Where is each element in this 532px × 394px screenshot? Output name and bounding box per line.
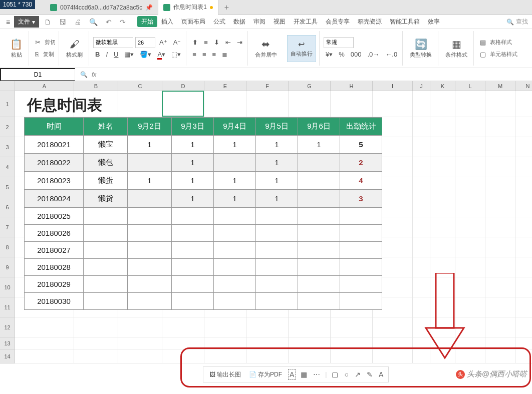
cell[interactable] xyxy=(515,317,532,337)
indent-right-icon[interactable]: ⇥ xyxy=(235,38,244,47)
cell[interactable] xyxy=(485,137,515,157)
cell[interactable] xyxy=(485,197,515,217)
cell[interactable] xyxy=(455,337,485,349)
decrease-font-icon[interactable]: A⁻ xyxy=(171,38,183,47)
cell[interactable] xyxy=(515,237,532,257)
align-middle-icon[interactable]: ≡ xyxy=(202,38,210,47)
cell[interactable] xyxy=(455,177,485,197)
cell[interactable] xyxy=(413,217,430,237)
cell[interactable] xyxy=(430,91,455,117)
currency-icon[interactable]: ¥▾ xyxy=(324,50,335,59)
increase-decimal-icon[interactable]: .0→ xyxy=(365,50,381,59)
cell[interactable] xyxy=(413,349,430,363)
row-header-2[interactable]: 2 xyxy=(0,117,15,137)
table-style-icon[interactable]: ▤ xyxy=(478,38,488,47)
menu-7[interactable]: 开发工具 xyxy=(290,16,322,27)
text-a-icon[interactable]: A xyxy=(378,369,384,379)
cell[interactable] xyxy=(455,349,485,363)
cell[interactable] xyxy=(515,91,532,117)
cell[interactable] xyxy=(485,337,515,349)
cell[interactable] xyxy=(515,177,532,197)
cell[interactable] xyxy=(331,349,373,363)
cell[interactable] xyxy=(515,157,532,177)
column-header-N[interactable]: N xyxy=(515,81,532,91)
cell[interactable] xyxy=(455,317,485,337)
cell[interactable] xyxy=(246,337,289,349)
cell[interactable] xyxy=(413,197,430,217)
table-row[interactable]: 20180030 xyxy=(25,293,382,310)
column-header-G[interactable]: G xyxy=(289,81,331,91)
document-tab-1[interactable]: 0074f4ccd6a0...dd7a72a8ac5c 📌 xyxy=(45,0,158,15)
cell[interactable] xyxy=(455,257,485,277)
align-center-icon[interactable]: ≡ xyxy=(200,50,208,59)
cell[interactable] xyxy=(485,177,515,197)
table-row[interactable]: 20180023懒蛋11114 xyxy=(25,172,382,190)
cell[interactable] xyxy=(373,91,413,117)
cell[interactable] xyxy=(485,349,515,363)
cell[interactable] xyxy=(430,177,455,197)
cell[interactable] xyxy=(430,197,455,217)
cell[interactable] xyxy=(204,91,246,117)
cell[interactable] xyxy=(455,157,485,177)
cell[interactable] xyxy=(373,317,413,337)
underline-icon[interactable]: U xyxy=(112,50,120,59)
cell[interactable] xyxy=(74,317,118,337)
cell[interactable] xyxy=(413,137,430,157)
cell[interactable] xyxy=(373,349,413,363)
cell[interactable] xyxy=(430,237,455,257)
font-size-select[interactable] xyxy=(135,37,155,48)
align-right-icon[interactable]: ≡ xyxy=(210,50,218,59)
menu-3[interactable]: 公式 xyxy=(209,16,229,27)
column-header-A[interactable]: A xyxy=(15,81,74,91)
cell[interactable] xyxy=(485,91,515,117)
cell[interactable] xyxy=(515,257,532,277)
print-icon[interactable]: 🖨 xyxy=(71,18,84,26)
pen-icon[interactable]: ✎ xyxy=(366,369,374,379)
table-row[interactable]: 20180029 xyxy=(25,276,382,293)
cell[interactable] xyxy=(162,317,204,337)
cell[interactable] xyxy=(515,297,532,317)
cell[interactable] xyxy=(118,317,162,337)
cell[interactable] xyxy=(515,277,532,297)
column-header-K[interactable]: K xyxy=(430,81,455,91)
row-header-8[interactable]: 8 xyxy=(0,237,15,257)
cell[interactable] xyxy=(485,297,515,317)
select-all-corner[interactable] xyxy=(0,81,15,91)
cell[interactable] xyxy=(515,137,532,157)
cell[interactable] xyxy=(515,337,532,349)
align-left-icon[interactable]: ≡ xyxy=(190,50,198,59)
cell[interactable] xyxy=(455,297,485,317)
column-header-M[interactable]: M xyxy=(485,81,515,91)
paste-button[interactable]: 📋 粘贴 xyxy=(7,38,26,59)
cell[interactable] xyxy=(162,337,204,349)
merge-center-button[interactable]: ⬌ 合并居中 xyxy=(252,38,280,59)
cell[interactable] xyxy=(455,91,485,117)
new-tab-button[interactable]: + xyxy=(218,3,235,12)
column-header-F[interactable]: F xyxy=(246,81,289,91)
menu-0[interactable]: 开始 xyxy=(137,16,157,27)
cell[interactable] xyxy=(485,317,515,337)
cell[interactable] xyxy=(246,349,289,363)
fill-color-icon[interactable]: 🪣▾ xyxy=(138,50,153,59)
cell[interactable] xyxy=(15,349,74,363)
column-header-J[interactable]: J xyxy=(413,81,430,91)
row-header-12[interactable]: 12 xyxy=(0,317,15,337)
row-header-13[interactable]: 13 xyxy=(0,337,15,349)
cell[interactable] xyxy=(289,349,331,363)
menu-5[interactable]: 审阅 xyxy=(249,16,270,27)
cell[interactable] xyxy=(430,257,455,277)
type-convert-button[interactable]: 🔄 类型转换 xyxy=(407,38,435,59)
cell[interactable] xyxy=(413,277,430,297)
preview-icon[interactable]: 🔍 xyxy=(86,18,101,26)
decrease-decimal-icon[interactable]: ←.0 xyxy=(383,50,399,59)
cell[interactable] xyxy=(515,197,532,217)
rectangle-icon[interactable]: ▢ xyxy=(331,369,339,379)
cell[interactable] xyxy=(204,337,246,349)
new-icon[interactable]: 🗋 xyxy=(41,18,54,26)
row-header-4[interactable]: 4 xyxy=(0,157,15,177)
cell[interactable] xyxy=(455,197,485,217)
row-header-11[interactable]: 11 xyxy=(0,297,15,317)
increase-font-icon[interactable]: A⁺ xyxy=(157,38,169,47)
menu-8[interactable]: 会员专享 xyxy=(322,16,354,27)
cell[interactable] xyxy=(455,137,485,157)
